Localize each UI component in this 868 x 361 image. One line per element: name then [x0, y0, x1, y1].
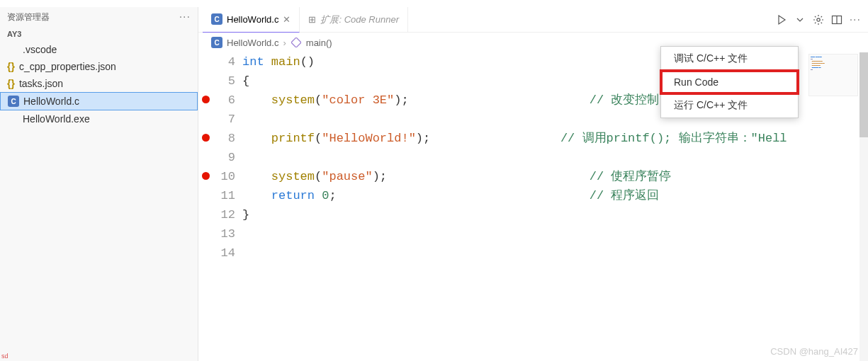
scroll-thumb[interactable] — [859, 52, 868, 137]
file-tree-item[interactable]: CHelloWorld.c — [0, 92, 198, 110]
run-dropdown-icon[interactable] — [794, 14, 806, 25]
svg-point-0 — [816, 18, 819, 21]
line-number: 4 — [213, 52, 242, 71]
code-content[interactable]: printf("HelloWorld!"); // 调用printf(); 输出… — [242, 129, 868, 148]
breakpoint-gutter[interactable] — [198, 71, 213, 91]
code-line[interactable]: 14 — [198, 243, 868, 263]
run-dropdown-menu: 调试 C/C++ 文件Run Code运行 C/C++ 文件 — [660, 46, 799, 118]
tab-label: HelloWorld.c — [227, 14, 278, 25]
line-number: 11 — [213, 186, 242, 205]
vertical-scrollbar[interactable] — [859, 52, 868, 361]
breakpoint-gutter[interactable] — [198, 148, 213, 167]
breakpoint-gutter[interactable] — [198, 205, 213, 224]
code-line[interactable]: 8 printf("HelloWorld!"); // 调用printf(); … — [198, 129, 868, 148]
code-content[interactable] — [242, 243, 868, 263]
tab-actions: ··· — [776, 13, 868, 26]
breakpoint-gutter[interactable] — [198, 91, 213, 110]
line-number: 9 — [213, 148, 242, 167]
file-label: HelloWorld.exe — [23, 113, 90, 125]
editor-tab[interactable]: CHelloWorld.c✕ — [203, 7, 300, 33]
menu-item[interactable]: 调试 C/C++ 文件 — [661, 47, 798, 71]
line-number: 5 — [213, 71, 242, 91]
line-number: 13 — [213, 224, 242, 243]
breadcrumb-symbol[interactable]: main() — [306, 38, 332, 48]
main-area: 资源管理器 ··· AY3 .vscode{}c_cpp_properties.… — [0, 7, 868, 361]
breakpoint-gutter[interactable] — [198, 224, 213, 243]
menu-bar — [0, 0, 868, 7]
breakpoint-icon[interactable] — [202, 172, 210, 180]
line-number: 8 — [213, 129, 242, 148]
code-content[interactable] — [242, 148, 868, 167]
file-tree-item[interactable]: .vscode — [0, 41, 198, 58]
file-label: c_cpp_properties.json — [19, 61, 116, 72]
breadcrumb-file[interactable]: HelloWorld.c — [227, 38, 278, 48]
breakpoint-gutter[interactable] — [198, 110, 213, 129]
c-file-icon: C — [8, 96, 19, 107]
sidebar-header: 资源管理器 ··· — [0, 7, 198, 27]
line-number: 7 — [213, 110, 242, 129]
settings-icon[interactable] — [813, 14, 824, 25]
minimap[interactable]: ▬▬ ▬▬▬▬ ▬▬▬▬▬ ▬▬▬▬▬▬ ▬▬▬▬ ▬▬▬ ▬▬ — [808, 54, 858, 96]
sidebar-title: 资源管理器 — [7, 11, 50, 23]
split-editor-icon[interactable] — [831, 14, 842, 25]
c-file-icon: C — [211, 37, 222, 48]
tab-bar: CHelloWorld.c✕⊞扩展: Code Runner ··· — [198, 7, 868, 33]
line-number: 12 — [213, 205, 242, 224]
sidebar: 资源管理器 ··· AY3 .vscode{}c_cpp_properties.… — [0, 7, 198, 361]
close-tab-icon[interactable]: ✕ — [283, 14, 291, 25]
code-line[interactable]: 9 — [198, 148, 868, 167]
corner-label: sd — [1, 353, 9, 360]
breakpoint-icon[interactable] — [202, 96, 210, 103]
file-tree: .vscode{}c_cpp_properties.json{}tasks.js… — [0, 41, 198, 361]
more-icon[interactable]: ··· — [179, 11, 191, 23]
code-content[interactable]: return 0; // 程序返回 — [242, 186, 868, 205]
line-number: 14 — [213, 243, 242, 263]
svg-rect-3 — [291, 38, 301, 47]
code-line[interactable]: 13 — [198, 224, 868, 243]
json-icon: {} — [7, 61, 15, 72]
file-tree-item[interactable]: HelloWorld.exe — [0, 110, 198, 127]
code-line[interactable]: 10 system("pause"); // 使程序暂停 — [198, 167, 868, 186]
code-line[interactable]: 12} — [198, 205, 868, 224]
tab-more-icon[interactable]: ··· — [850, 13, 861, 26]
line-number: 10 — [213, 167, 242, 186]
watermark: CSDN @hang_AI427 — [770, 346, 858, 357]
sidebar-section[interactable]: AY3 — [0, 27, 198, 41]
breakpoint-gutter[interactable] — [198, 243, 213, 263]
code-content[interactable]: system("pause"); // 使程序暂停 — [242, 167, 868, 186]
json-icon: {} — [7, 78, 15, 89]
breakpoint-gutter[interactable] — [198, 186, 213, 205]
code-content[interactable] — [242, 224, 868, 243]
run-icon[interactable] — [776, 14, 787, 25]
file-label: .vscode — [23, 44, 57, 55]
line-number: 6 — [213, 91, 242, 110]
code-content[interactable]: } — [242, 205, 868, 224]
menu-item[interactable]: Run Code — [661, 71, 798, 93]
file-label: HelloWorld.c — [23, 96, 79, 107]
breakpoint-gutter[interactable] — [198, 167, 213, 186]
editor-area: CHelloWorld.c✕⊞扩展: Code Runner ··· C Hel… — [198, 7, 868, 361]
editor-tab[interactable]: ⊞扩展: Code Runner — [300, 7, 408, 33]
breakpoint-gutter[interactable] — [198, 52, 213, 71]
file-label: tasks.json — [19, 78, 63, 89]
file-tree-item[interactable]: {}c_cpp_properties.json — [0, 58, 198, 75]
code-line[interactable]: 11 return 0; // 程序返回 — [198, 186, 868, 205]
breakpoint-gutter[interactable] — [198, 129, 213, 148]
file-tree-item[interactable]: {}tasks.json — [0, 75, 198, 92]
chevron-right-icon: › — [283, 38, 286, 48]
symbol-method-icon — [291, 37, 302, 48]
tab-label: 扩展: Code Runner — [320, 13, 399, 26]
menu-item[interactable]: 运行 C/C++ 文件 — [661, 93, 798, 118]
breakpoint-icon[interactable] — [202, 134, 210, 142]
c-file-icon: C — [211, 13, 222, 25]
extension-icon: ⊞ — [308, 14, 316, 25]
